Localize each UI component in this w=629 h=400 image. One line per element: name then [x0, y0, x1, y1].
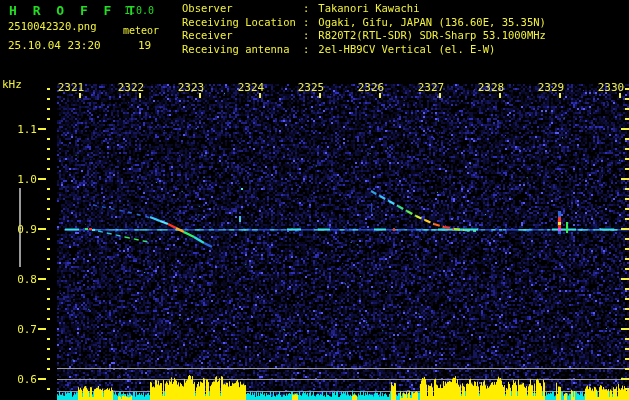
freq-tick-label: 0.7 [0, 323, 37, 336]
meteor-count: 19 [138, 39, 151, 52]
time-tick-label: 2329 [531, 81, 571, 94]
mode-label: meteor [123, 25, 159, 36]
freq-axis-unit: kHz [2, 78, 22, 91]
spectrogram-canvas [0, 0, 629, 400]
freq-tick-label: 0.6 [0, 373, 37, 386]
app-version: 1.0.0 [124, 5, 154, 16]
app-title: H R O F F T [9, 3, 139, 18]
station-row: Receiving antenna:2el-HB9CV Vertical (el… [182, 43, 546, 57]
freq-tick-label: 1.1 [0, 123, 37, 136]
station-row: Receiver:R820T2(RTL-SDR) SDR-Sharp 53.10… [182, 29, 546, 43]
station-row-colon: : [303, 29, 309, 43]
station-row: Receiving Location:Ogaki, Gifu, JAPAN (1… [182, 16, 546, 30]
station-row-label: Receiving antenna [182, 43, 303, 57]
time-tick-label: 2330 [591, 81, 629, 94]
freq-tick-label: 0.9 [0, 223, 37, 236]
time-tick-label: 2322 [111, 81, 151, 94]
time-tick-label: 2325 [291, 81, 331, 94]
station-row-value: 2el-HB9CV Vertical (el. E-W) [318, 43, 495, 57]
station-row-label: Receiving Location [182, 16, 303, 30]
station-info: Observer:Takanori KawachiReceiving Locat… [182, 2, 546, 56]
time-tick-label: 2327 [411, 81, 451, 94]
time-tick-label: 2328 [471, 81, 511, 94]
station-row: Observer:Takanori Kawachi [182, 2, 546, 16]
time-tick-label: 2323 [171, 81, 211, 94]
datetime-label: 25.10.04 23:20 [8, 39, 101, 52]
time-tick-label: 2321 [51, 81, 91, 94]
station-row-label: Observer [182, 2, 303, 16]
station-row-value: Ogaki, Gifu, JAPAN (136.60E, 35.35N) [318, 16, 546, 30]
station-row-value: R820T2(RTL-SDR) SDR-Sharp 53.1000MHz [318, 29, 546, 43]
station-row-colon: : [303, 43, 309, 57]
station-row-value: Takanori Kawachi [318, 2, 419, 16]
hrofft-window: H R O F F T 1.0.0 2510042320.png meteor … [0, 0, 629, 400]
station-row-colon: : [303, 16, 309, 30]
time-tick-label: 2324 [231, 81, 271, 94]
freq-tick-label: 0.8 [0, 273, 37, 286]
output-filename: 2510042320.png [8, 20, 97, 32]
station-row-colon: : [303, 2, 309, 16]
station-row-label: Receiver [182, 29, 303, 43]
time-tick-label: 2326 [351, 81, 391, 94]
freq-tick-label: 1.0 [0, 173, 37, 186]
